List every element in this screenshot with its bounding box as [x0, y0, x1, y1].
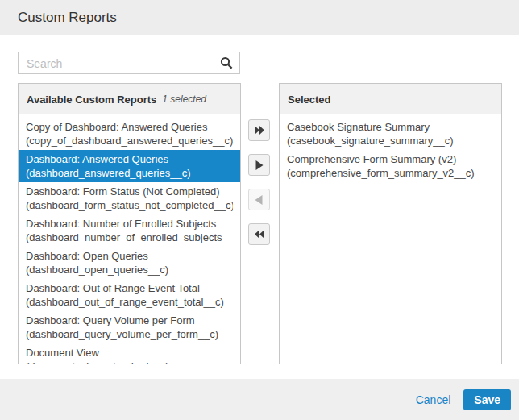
available-reports-panel: Available Custom Reports 1 selected Copy… [18, 83, 241, 364]
move-all-left-button[interactable] [248, 223, 270, 245]
report-code: (dashboard_form_status_not_completed__c) [26, 198, 233, 212]
available-panel-title: Available Custom Reports [27, 94, 156, 106]
report-name: Copy of Dashboard: Answered Queries [26, 120, 233, 134]
move-right-button[interactable] [248, 154, 270, 176]
report-code: (dashboard_out_of_range_event_total__c) [26, 295, 233, 309]
list-item[interactable]: Dashboard: Form Status (Not Completed) (… [19, 182, 240, 214]
dialog-header: Custom Reports [0, 0, 519, 35]
report-code: (dashboard_query_volume_per_form__c) [26, 327, 233, 341]
move-all-right-button[interactable] [248, 119, 270, 141]
report-name: Casebook Signature Summary [287, 120, 494, 134]
report-code: (dashboard_open_queries__c) [26, 263, 233, 277]
dialog-title: Custom Reports [0, 0, 519, 26]
report-name: Dashboard: Query Volume per Form [26, 314, 233, 327]
report-name: Document View [26, 346, 233, 360]
list-item[interactable]: Comprehensive Form Summary (v2) (compreh… [280, 150, 501, 182]
report-code: (comprehensive_form_summary_v2__c) [287, 166, 494, 180]
double-left-arrow-icon [254, 230, 265, 239]
selection-count: 1 selected [162, 94, 206, 105]
list-item[interactable]: Dashboard: Query Volume per Form (dashbo… [19, 311, 240, 343]
report-code: (document_view_standard__c) [26, 360, 233, 364]
list-item[interactable]: Casebook Signature Summary (casebook_sig… [280, 118, 501, 150]
selected-panel-header: Selected [280, 84, 501, 114]
cancel-button[interactable]: Cancel [416, 393, 451, 406]
right-arrow-icon [255, 160, 264, 170]
selected-panel: Selected Casebook Signature Summary (cas… [279, 83, 502, 364]
list-item[interactable]: Dashboard: Out of Range Event Total (das… [19, 279, 240, 311]
report-code: (copy_of_dashboard_answered_queries__c) [26, 134, 233, 148]
report-name: Dashboard: Out of Range Event Total [26, 281, 233, 295]
available-reports-list: Copy of Dashboard: Answered Queries (cop… [19, 114, 240, 364]
selected-panel-title: Selected [288, 94, 330, 106]
selected-reports-list: Casebook Signature Summary (casebook_sig… [280, 114, 501, 182]
report-code: (dashboard_answered_queries__c) [26, 166, 233, 180]
dialog-footer: Cancel Save [0, 379, 519, 420]
list-item[interactable]: Document View (document_view_standard__c… [19, 343, 240, 364]
double-right-arrow-icon [254, 126, 265, 135]
report-name: Comprehensive Form Summary (v2) [287, 152, 494, 166]
report-code: (casebook_signature_summary__c) [287, 134, 494, 148]
list-item[interactable]: Copy of Dashboard: Answered Queries (cop… [19, 118, 240, 150]
search-icon[interactable] [220, 56, 233, 69]
report-code: (dashboard_number_of_enrolled_subjects__… [26, 231, 233, 244]
move-left-button[interactable] [248, 189, 270, 210]
report-name: Dashboard: Answered Queries [26, 152, 233, 166]
save-button[interactable]: Save [463, 389, 511, 410]
report-name: Dashboard: Form Status (Not Completed) [26, 185, 233, 198]
search-box [18, 52, 240, 74]
available-panel-header: Available Custom Reports 1 selected [19, 84, 240, 114]
list-item[interactable]: Dashboard: Answered Queries (dashboard_a… [19, 150, 240, 182]
list-item[interactable]: Dashboard: Open Queries (dashboard_open_… [19, 247, 240, 279]
list-item[interactable]: Dashboard: Number of Enrolled Subjects (… [19, 214, 240, 247]
report-name: Dashboard: Open Queries [26, 249, 233, 263]
left-arrow-icon [255, 195, 264, 205]
search-input[interactable] [25, 53, 215, 74]
report-name: Dashboard: Number of Enrolled Subjects [26, 217, 233, 231]
